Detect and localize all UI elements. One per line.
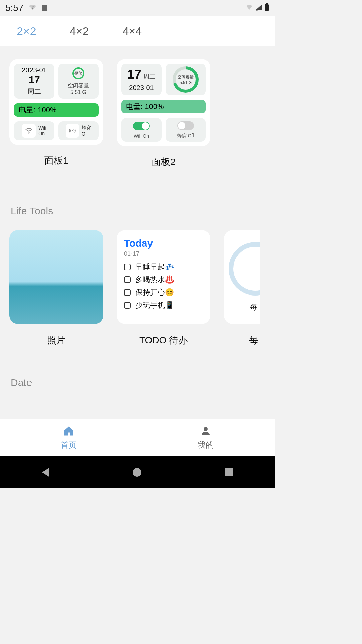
todo-item: 多喝热水♨️ — [124, 275, 203, 285]
storage-free-value: 5.51 G — [70, 89, 86, 95]
wifi-toggle[interactable] — [133, 122, 150, 130]
section-date: Date — [11, 377, 265, 388]
nav-mine[interactable]: 我的 — [137, 419, 275, 456]
date-day: 17 — [127, 67, 141, 82]
wifi-status-icon: ? — [28, 4, 37, 12]
cellular-toggle[interactable] — [177, 121, 194, 130]
android-nav-bar — [0, 456, 275, 488]
tab-2x2[interactable]: 2×2 — [17, 24, 36, 38]
storage-tile: 存储 空闲容量 5.51 G — [58, 64, 99, 99]
svg-rect-3 — [266, 3, 268, 4]
svg-rect-2 — [265, 4, 269, 11]
todo-item: 保持开心😊 — [124, 287, 203, 298]
date-tile: 2023-01 17 周二 — [14, 64, 54, 99]
home-icon — [63, 425, 75, 438]
storage-ring-icon: 空闲容量 5.51 G — [173, 66, 199, 93]
todo-item: 少玩手机📱 — [124, 300, 203, 310]
person-icon — [200, 425, 212, 438]
wifi-icon — [22, 124, 36, 138]
signal-icon: x — [255, 4, 262, 12]
status-time: 5:57 — [5, 3, 24, 13]
tab-4x2[interactable]: 4×2 — [70, 24, 89, 38]
svg-point-4 — [28, 133, 29, 134]
checkbox-icon — [124, 302, 131, 309]
todo-title: TODO 待办 — [117, 334, 210, 347]
battery-bar: 电量: 100% — [121, 100, 206, 113]
wifi-label: Wifi — [38, 125, 46, 131]
wifi-tile: Wifi On — [14, 121, 54, 140]
battery-bar: 电量: 100% — [14, 103, 99, 117]
tab-4x4[interactable]: 4×4 — [122, 24, 142, 38]
date-year: 2023-01 — [129, 84, 154, 92]
size-tabs: 2×2 4×2 4×4 — [0, 16, 275, 46]
wifi-toggle-tile: Wifi On — [121, 118, 162, 142]
date-year: 2023-01 — [22, 66, 46, 74]
ring-icon — [229, 242, 260, 296]
photo-title: 照片 — [9, 334, 103, 347]
todo-heading: Today — [124, 237, 203, 249]
date-tile: 17 周二 2023-01 — [121, 64, 162, 95]
status-bar: 5:57 ? x — [0, 0, 275, 16]
back-button[interactable] — [42, 468, 49, 477]
date-day: 17 — [28, 74, 40, 86]
cellular-icon — [66, 124, 79, 138]
widget-photo[interactable] — [9, 230, 103, 324]
wifi-state: On — [38, 131, 45, 136]
checkbox-icon — [124, 264, 131, 270]
cellular-toggle-label: 蜂窝 Off — [177, 133, 194, 139]
todo-date: 01-17 — [124, 250, 203, 257]
peek-title: 每 — [224, 334, 275, 347]
date-weekday: 周二 — [27, 87, 41, 96]
widget-panel-1[interactable]: 2023-01 17 周二 存储 空闲容量 5.51 G 电量: 100% — [9, 59, 103, 145]
checkbox-icon — [124, 276, 131, 283]
svg-text:x: x — [256, 8, 258, 11]
widget-todo[interactable]: Today 01-17 早睡早起💤 多喝热水♨️ 保持开心😊 少玩手机📱 — [117, 230, 210, 324]
storage-ring-icon: 存储 — [72, 67, 84, 79]
cellular-toggle-tile: 蜂窝 Off — [166, 118, 206, 142]
section-life-tools: Life Tools — [11, 205, 265, 217]
panel1-title: 面板1 — [9, 154, 103, 167]
svg-text:?: ? — [32, 6, 34, 9]
nav-home-label: 首页 — [61, 440, 77, 450]
widget-peek[interactable]: 每 — [224, 230, 260, 324]
battery-icon — [264, 3, 269, 13]
svg-point-6 — [204, 427, 208, 431]
nav-mine-label: 我的 — [198, 440, 214, 450]
date-weekday: 周二 — [143, 73, 156, 81]
cellular-tile: 蜂窝 Off — [58, 121, 99, 140]
checkbox-icon — [124, 289, 131, 296]
cellular-state: Off — [82, 131, 88, 137]
wifi-icon — [246, 4, 253, 12]
nav-home[interactable]: 首页 — [0, 419, 137, 456]
panel2-title: 面板2 — [117, 156, 210, 168]
recents-button[interactable] — [225, 468, 233, 476]
sdcard-icon — [41, 3, 48, 13]
widget-panel-2[interactable]: 17 周二 2023-01 空闲容量 5.51 G — [117, 59, 210, 146]
wifi-toggle-label: Wifi On — [134, 133, 149, 139]
bottom-nav: 首页 我的 — [0, 419, 275, 456]
cellular-label: 蜂窝 — [82, 125, 91, 131]
svg-point-5 — [72, 130, 73, 131]
todo-item: 早睡早起💤 — [124, 262, 203, 272]
peek-label: 每 — [250, 302, 257, 312]
home-button[interactable] — [133, 468, 141, 477]
storage-free-label: 空闲容量 — [68, 82, 89, 89]
storage-ring-tile: 空闲容量 5.51 G — [166, 64, 206, 95]
